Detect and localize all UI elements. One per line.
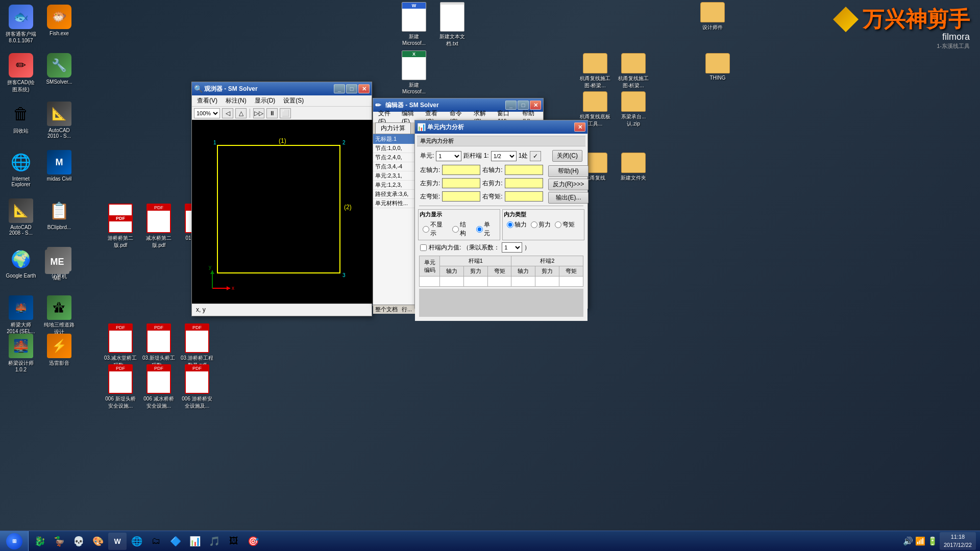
force-display-label: 内力显示 xyxy=(420,211,499,218)
viewer-menu-settings[interactable]: 设置(S) xyxy=(279,95,308,106)
svg-text:1: 1 xyxy=(213,140,216,145)
desktop-folder-2[interactable]: 杭甬复线施工图-析梁... xyxy=(615,51,652,91)
desktop-icon-pdf8[interactable]: PDF 006 减水桥桥安全设施... xyxy=(140,362,177,412)
desktop-icon-me[interactable]: ME ME xyxy=(42,247,72,283)
desktop-icon-pdf2[interactable]: PDF 减水桥第二版.pdf xyxy=(140,202,177,251)
right-moment-input[interactable]: 12.00000 xyxy=(505,191,543,202)
desktop-icon-fish[interactable]: 🐡 Fish.exe xyxy=(41,3,78,38)
dist-btn[interactable]: ✓ xyxy=(530,151,541,161)
clock-display[interactable]: 11:18 2017/12/22 xyxy=(940,532,976,550)
desktop-icon-cad[interactable]: ✏ 拼客CAD(绘图系统) xyxy=(3,51,39,95)
viewer-footer: x, y xyxy=(192,304,372,315)
force-close-x-btn[interactable]: ✕ xyxy=(574,122,585,132)
tray-icon-1[interactable]: 🔊 xyxy=(903,536,913,546)
viewer-maximize-btn[interactable]: □ xyxy=(346,84,357,93)
desktop-icon-pure-geo[interactable]: 🛣 纯地三维道路设计 xyxy=(41,293,78,338)
tray-icon-3[interactable]: 🔋 xyxy=(927,536,938,546)
taskbar-icon-5[interactable]: 🌐 xyxy=(128,533,146,550)
desktop-folder-thing[interactable]: THING xyxy=(699,51,736,83)
taskbar-icon-4[interactable]: W xyxy=(108,533,127,550)
toolbar-btn-4[interactable]: ⏸ xyxy=(266,108,278,118)
dist-label-1: 距杆端 1: xyxy=(463,152,488,160)
tray-icon-2[interactable]: 📶 xyxy=(915,536,925,546)
cell-shear-2 xyxy=(535,277,559,287)
taskbar-icon-8[interactable]: 📊 xyxy=(186,533,204,550)
viewer-menu-label[interactable]: 标注(N) xyxy=(222,95,251,106)
force-right-btns: 帮助(H) 反力(R)>>> 输出(E)... xyxy=(548,163,591,204)
desktop-icon-pdf7[interactable]: PDF 006 新堤头桥安全设施... xyxy=(102,362,139,412)
desktop-folder-1[interactable]: 杭甬复线施工图-桥梁... xyxy=(577,51,614,91)
viewer-menu-view[interactable]: 查看(V) xyxy=(193,95,222,106)
radio-moment[interactable]: 弯矩 xyxy=(555,220,575,229)
output-btn[interactable]: 输出(E)... xyxy=(548,192,589,204)
left-axial-input[interactable]: 0.00000 xyxy=(442,165,480,175)
left-shear-input[interactable]: 6.00000 xyxy=(442,178,480,188)
desktop-icon-recycle[interactable]: 🗑 回收站 xyxy=(3,99,39,137)
toolbar-btn-3[interactable]: ▷▷ xyxy=(253,108,264,118)
left-moment-input[interactable]: 12.00000 xyxy=(442,191,480,202)
radio-no-display[interactable]: 不显示 xyxy=(423,220,448,238)
force-table-wrapper: 单元编码 杆端1 杆端2 轴力 剪力 弯矩 轴力 剪力 弯矩 xyxy=(417,254,585,287)
svg-text:3: 3 xyxy=(342,272,346,278)
toolbar-btn-1[interactable]: ◁ xyxy=(222,108,233,118)
icon-client-label: 拼客通客户端 8.0.1.1067 xyxy=(5,31,37,43)
desktop-icon-word-new[interactable]: W 新建 Microsof... xyxy=(396,0,432,48)
taskbar-icon-6[interactable]: 🗂 xyxy=(147,533,165,550)
bar-end-checkbox[interactable] xyxy=(420,244,427,251)
desktop-icon-midas[interactable]: M midas Civil xyxy=(41,148,78,184)
desktop-icon-bridge-master[interactable]: 🌉 桥梁大师 2014 (SEL... xyxy=(3,293,39,336)
desktop-icon-client[interactable]: 🐟 拼客通客户端 8.0.1.1067 xyxy=(3,3,39,45)
radio-axial[interactable]: 轴力 xyxy=(507,220,527,229)
viewer-minimize-btn[interactable]: _ xyxy=(334,84,345,93)
viewer-zoom-select[interactable]: 100% 50% 200% xyxy=(194,108,220,118)
viewer-canvas[interactable]: (1) 1 2 3 (2) x y xyxy=(192,120,373,304)
toolbar-btn-2[interactable]: △ xyxy=(235,108,247,118)
radio-structure[interactable]: 结构 xyxy=(452,220,472,238)
taskbar-icon-9[interactable]: 🎵 xyxy=(205,533,224,550)
desktop-icon-excel-new[interactable]: X 新建 Microsof... xyxy=(396,48,432,96)
dist-select[interactable]: 1/2 1/4 3/4 xyxy=(491,151,517,161)
desktop-icon-ie[interactable]: 🌐 Internet Explorer xyxy=(3,148,39,189)
radio-shear[interactable]: 剪力 xyxy=(531,220,551,229)
desktop-icon-pdf9[interactable]: PDF 006 游桥桥安全设施及... xyxy=(179,362,215,412)
taskbar-icon-0[interactable]: 🐉 xyxy=(31,533,49,550)
desktop-icon-xunlei[interactable]: ⚡ 迅雷影音 xyxy=(41,332,78,369)
viewer-close-btn[interactable]: ✕ xyxy=(358,84,370,93)
multiplier-select[interactable]: 1 2 10 xyxy=(502,242,522,253)
taskbar-icon-1[interactable]: 🦆 xyxy=(50,533,68,550)
taskbar-icon-3[interactable]: 🎨 xyxy=(89,533,107,550)
toolbar-btn-5[interactable]: ⬜ xyxy=(280,108,291,118)
desktop-icon-design-firm[interactable]: 设计师件 xyxy=(694,0,731,33)
start-button[interactable]: ⊞ xyxy=(0,531,29,552)
unit-select[interactable]: 1 xyxy=(436,151,461,161)
taskbar-icon-11[interactable]: 🎯 xyxy=(244,533,262,550)
desktop-icon-pdf1[interactable]: PDF 游桥桥第二版.pdf xyxy=(102,202,139,251)
desktop-icon-autocad2008[interactable]: 📐 AutoCAD 2008 - S... xyxy=(3,196,39,238)
taskbar-icon-2[interactable]: 💀 xyxy=(69,533,88,550)
close-btn[interactable]: 关闭(C) xyxy=(552,150,582,162)
viewer-coords: x, y xyxy=(196,306,206,313)
desktop-icon-bridge-design[interactable]: 🌉 桥梁设计师 1.0.2 xyxy=(3,332,39,374)
right-axial-input[interactable]: 0.00000 xyxy=(505,165,543,175)
desktop-icon-smsolver[interactable]: 🔧 SMSolver... xyxy=(41,51,78,87)
reaction-btn[interactable]: 反力(R)>>> xyxy=(548,179,589,190)
viewer-menu-display[interactable]: 显示(D) xyxy=(251,95,280,106)
right-shear-input[interactable]: 6.00000 xyxy=(505,178,543,188)
radio-unit[interactable]: 单元 xyxy=(476,220,496,238)
desktop-icon-google-earth[interactable]: 🌍 Google Earth xyxy=(3,245,39,281)
cell-moment-1 xyxy=(487,277,511,287)
tab-internal-force[interactable]: 内力计算 xyxy=(375,122,411,134)
tab-label: 内力计算 xyxy=(381,124,405,132)
force-icon: 📊 xyxy=(417,123,425,131)
desktop-folder-4[interactable]: 系梁承台...认.zip xyxy=(615,89,652,130)
taskbar-icon-10[interactable]: 🖼 xyxy=(225,533,243,550)
desktop-folder-6[interactable]: 新建文件夹 xyxy=(615,151,652,184)
right-axial-label: 右轴力: xyxy=(482,166,502,174)
desktop-icon-bclipbrd[interactable]: 📋 BClipbrd... xyxy=(41,196,78,232)
force-section-label: 单元内力分析 xyxy=(417,136,585,146)
desktop-icon-autocad[interactable]: 📐 AutoCAD 2010 - S... xyxy=(41,99,78,141)
desktop-icon-txt-new[interactable]: 新建文本文档.txt xyxy=(434,0,471,49)
taskbar-icon-7[interactable]: 🔷 xyxy=(166,533,185,550)
desktop: 万兴神剪手 filmora 1-东溪线工具 🐟 拼客通客户端 8.0.1.106… xyxy=(0,0,980,551)
help-btn[interactable]: 帮助(H) xyxy=(548,165,589,177)
